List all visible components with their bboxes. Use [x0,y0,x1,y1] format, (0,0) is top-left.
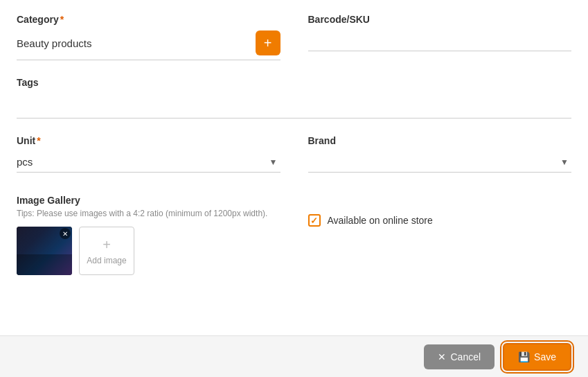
save-icon: 💾 [518,351,530,362]
category-field: Beauty products + [17,30,280,60]
barcode-input[interactable] [308,30,572,51]
add-image-button[interactable]: + Add image [79,227,134,275]
cancel-button[interactable]: ✕ Cancel [424,344,495,369]
tags-section: Tags [17,77,571,119]
unit-select-wrapper: pcs kg g L mL ▼ [17,152,280,173]
cancel-label: Cancel [450,351,481,362]
category-value: Beauty products [17,37,256,49]
checkbox-check-icon: ✓ [310,216,318,226]
tags-input-area[interactable] [17,94,571,119]
brand-select[interactable] [308,152,572,172]
unit-required-star: * [37,135,40,146]
image-gallery-label: Image Gallery [17,195,280,206]
add-image-label: Add image [87,256,126,265]
category-label: Category* [17,14,280,25]
tags-label: Tags [17,77,571,88]
add-image-plus-icon: + [103,237,111,253]
image-items: ✕ + Add image [17,227,280,275]
online-store-section: ✓ Available on online store [308,214,572,227]
barcode-label: Barcode/SKU [308,14,572,25]
image-thumbnail[interactable]: ✕ [17,227,72,275]
save-button[interactable]: 💾 Save [503,343,571,371]
remove-image-button[interactable]: ✕ [60,228,71,239]
save-label: Save [534,351,556,362]
add-category-button[interactable]: + [256,30,280,55]
footer-bar: ✕ Cancel 💾 Save [0,335,588,377]
image-gallery-section: Image Gallery Tips: Please use images wi… [17,195,280,275]
image-gallery-tips: Tips: Please use images with a 4:2 ratio… [17,209,280,218]
brand-label: Brand [308,135,572,146]
unit-select[interactable]: pcs kg g L mL [17,152,280,172]
brand-select-wrapper: ▼ [308,152,572,173]
online-store-checkbox[interactable]: ✓ [308,214,321,227]
online-store-label: Available on online store [328,215,433,226]
cancel-icon: ✕ [438,351,446,362]
unit-label: Unit* [17,135,280,146]
required-star: * [60,14,64,25]
